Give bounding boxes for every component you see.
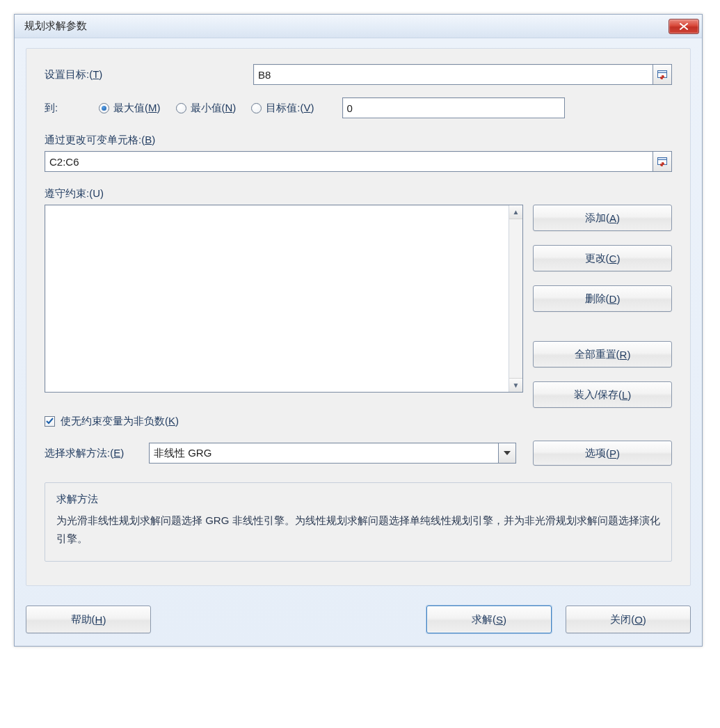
- change-button[interactable]: 更改(C): [533, 245, 672, 271]
- constraint-buttons: 添加(A) 更改(C) 删除(D) 全部重置(R) 装入/保存(L): [533, 205, 672, 408]
- objective-row: 设置目标:(T): [45, 64, 672, 85]
- groupbox-text: 为光滑非线性规划求解问题选择 GRG 非线性引擎。为线性规划求解问题选择单纯线性…: [56, 512, 660, 547]
- solving-method-groupbox: 求解方法 为光滑非线性规划求解问题选择 GRG 非线性引擎。为线性规划求解问题选…: [45, 482, 672, 562]
- radio-max[interactable]: 最大值(M): [99, 102, 161, 115]
- checkbox-box: [45, 416, 55, 427]
- changing-collapse-button[interactable]: [653, 151, 672, 172]
- reset-all-button[interactable]: 全部重置(R): [533, 341, 672, 367]
- dialog-body: 设置目标:(T) 到:: [15, 38, 702, 646]
- close-button[interactable]: 关闭(O): [566, 606, 691, 633]
- refedit-icon: [657, 156, 668, 167]
- valueof-input[interactable]: [342, 97, 565, 118]
- add-button[interactable]: 添加(A): [533, 205, 672, 231]
- scroll-up-icon[interactable]: ▲: [509, 205, 522, 219]
- method-label: 选择求解方法:(E): [45, 447, 142, 460]
- groupbox-title: 求解方法: [56, 493, 660, 506]
- method-combo-dropdown-button[interactable]: [498, 443, 516, 464]
- changing-refedit: [45, 151, 672, 172]
- solve-button[interactable]: 求解(S): [426, 606, 552, 633]
- radio-valueof[interactable]: 目标值:(V): [251, 102, 314, 115]
- objective-collapse-button[interactable]: [653, 64, 672, 85]
- svg-rect-1: [658, 71, 667, 73]
- nonnegative-checkbox[interactable]: 使无约束变量为非负数(K): [45, 415, 672, 428]
- checkmark-icon: [46, 418, 54, 425]
- main-panel: 设置目标:(T) 到:: [26, 48, 691, 586]
- titlebar: 规划求解参数: [15, 15, 702, 38]
- changing-label: 通过更改可变单元格:(B): [45, 134, 672, 147]
- to-row: 到: 最大值(M) 最小值(N) 目标值:(V): [45, 97, 672, 118]
- close-icon: [679, 23, 689, 30]
- options-button[interactable]: 选项(P): [533, 441, 672, 466]
- method-combobox[interactable]: [149, 443, 516, 464]
- to-label: 到:: [45, 102, 93, 115]
- window-title: 规划求解参数: [24, 19, 669, 33]
- footer: 帮助(H) 求解(S) 关闭(O): [26, 606, 691, 633]
- load-save-button[interactable]: 装入/保存(L): [533, 381, 672, 408]
- constraints-label: 遵守约束:(U): [45, 187, 672, 200]
- window-close-button[interactable]: [669, 19, 699, 34]
- radio-min[interactable]: 最小值(N): [176, 102, 237, 115]
- changing-input[interactable]: [45, 151, 653, 172]
- help-button[interactable]: 帮助(H): [26, 606, 151, 633]
- objective-refedit: [253, 64, 672, 85]
- constraints-listbox[interactable]: ▲ ▼: [45, 205, 523, 393]
- radio-max-circle: [99, 103, 109, 113]
- method-combo-display[interactable]: [149, 443, 498, 464]
- objective-label: 设置目标:(T): [45, 68, 253, 81]
- method-row: 选择求解方法:(E) 选项(P): [45, 441, 672, 466]
- refedit-icon: [657, 69, 668, 80]
- objective-input[interactable]: [253, 64, 653, 85]
- constraints-scrollbar[interactable]: ▲ ▼: [509, 205, 522, 392]
- solver-parameters-dialog: 规划求解参数 设置目标:(T): [14, 14, 703, 647]
- svg-rect-3: [658, 158, 667, 160]
- chevron-down-icon: [504, 451, 511, 455]
- constraints-area: ▲ ▼ 添加(A) 更改(C) 删除(D) 全部重置(R): [45, 205, 672, 408]
- radio-valueof-circle: [251, 103, 262, 113]
- radio-min-circle: [176, 103, 186, 113]
- delete-button[interactable]: 删除(D): [533, 285, 672, 312]
- scroll-down-icon[interactable]: ▼: [509, 378, 522, 392]
